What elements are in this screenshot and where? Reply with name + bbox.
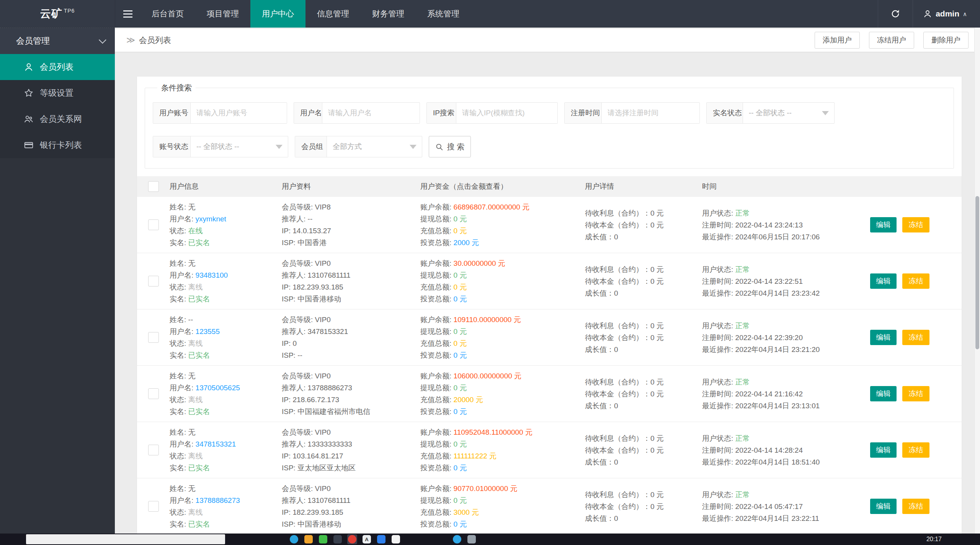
field-username: 用户名: 123555 xyxy=(170,326,282,337)
nav-item-信息管理[interactable]: 信息管理 xyxy=(305,0,361,28)
search-input-用户账号[interactable] xyxy=(191,103,287,123)
freeze-button[interactable]: 冻结 xyxy=(902,217,929,232)
dark-app-icon[interactable] xyxy=(333,535,342,543)
freeze-button[interactable]: 冻结 xyxy=(902,330,929,345)
taskbar-window-preview[interactable] xyxy=(26,534,225,544)
field-referrer: 推荐人: -- xyxy=(282,213,420,225)
column-header-用户资料: 用户资料 xyxy=(282,182,420,191)
field-value[interactable]: 13705005625 xyxy=(196,384,240,392)
breadcrumb-arrow-icon: ≫ xyxy=(126,35,135,45)
orange-app-icon[interactable] xyxy=(304,535,313,543)
freeze-button[interactable]: 冻结 xyxy=(902,386,929,401)
field-value: -- xyxy=(308,215,313,223)
search-group-注册时间: 注册时间 xyxy=(564,102,700,124)
taskbar-app-slot xyxy=(376,534,386,544)
sidebar-group-member-management[interactable]: 会员管理 xyxy=(0,28,115,54)
sidebar-item-会员关系网[interactable]: 会员关系网 xyxy=(0,106,115,132)
field-withdraw: 提现总额: 0 元 xyxy=(420,326,585,337)
field-value: -- xyxy=(297,351,302,359)
search-input-注册时间[interactable] xyxy=(602,103,699,123)
field-label: 提现总额: xyxy=(420,496,454,504)
user-profile-cell: 会员等级: VIP0推荐人: 13107681111IP: 182.239.93… xyxy=(282,257,420,305)
red-browser-app-icon[interactable] xyxy=(348,535,356,543)
field-value: 已实名 xyxy=(188,295,210,303)
scrollbar-thumb[interactable] xyxy=(975,196,979,349)
row-checkbox[interactable] xyxy=(148,276,159,286)
page-scrollbar[interactable] xyxy=(974,28,980,534)
field-label: 推荐人: xyxy=(282,440,308,448)
field-last_op: 最近操作: 2022年04月14日 23:22:11 xyxy=(702,512,866,524)
sidebar-item-会员列表[interactable]: 会员列表 xyxy=(0,54,115,80)
field-value[interactable]: 13788886273 xyxy=(196,496,240,504)
row-checkbox[interactable] xyxy=(148,445,159,455)
field-value[interactable]: 3478153321 xyxy=(196,440,236,448)
select-value-账号状态[interactable]: -- 全部状态 -- xyxy=(191,136,276,157)
field-level: 会员等级: VIP0 xyxy=(282,483,420,494)
field-label: 充值总额: xyxy=(420,396,454,404)
green-chat-app-icon[interactable] xyxy=(319,535,327,543)
page-action-添加用户[interactable]: 添加用户 xyxy=(815,32,860,49)
plane-app-icon[interactable] xyxy=(453,535,461,543)
refresh-button[interactable] xyxy=(878,0,913,28)
user-icon xyxy=(923,9,932,18)
white-app-icon[interactable] xyxy=(392,535,400,543)
field-reg_time: 注册时间: 2022-04-14 23:24:13 xyxy=(702,219,866,231)
telegram-app-icon[interactable] xyxy=(290,535,298,543)
select-all-checkbox[interactable] xyxy=(148,181,159,192)
field-last_op: 最近操作: 2022年04月14日 23:21:20 xyxy=(702,344,866,355)
search-input-用户名[interactable] xyxy=(322,103,420,123)
field-value: 218.66.72.173 xyxy=(293,396,340,404)
field-label: 会员等级: xyxy=(282,316,315,324)
row-checkbox[interactable] xyxy=(148,501,159,512)
freeze-button[interactable]: 冻结 xyxy=(902,499,929,514)
edit-button[interactable]: 编辑 xyxy=(870,330,897,345)
light-a-app-icon[interactable]: A xyxy=(363,535,371,543)
freeze-button[interactable]: 冻结 xyxy=(902,442,929,458)
nav-item-后台首页[interactable]: 后台首页 xyxy=(140,0,195,28)
field-value[interactable]: yxymknet xyxy=(196,215,226,223)
sidebar-group-label: 会员管理 xyxy=(16,35,50,47)
menu-collapse-icon[interactable] xyxy=(115,0,140,28)
gray-app-icon[interactable] xyxy=(467,535,476,543)
nav-item-用户中心[interactable]: 用户中心 xyxy=(250,0,305,28)
edit-button[interactable]: 编辑 xyxy=(870,442,897,458)
page-action-冻结用户[interactable]: 冻结用户 xyxy=(869,32,914,49)
edit-button[interactable]: 编辑 xyxy=(870,273,897,289)
select-value-会员组[interactable]: 全部方式 xyxy=(327,136,410,157)
field-label: 待收本金（合约）： xyxy=(585,221,650,229)
user-info-cell: 姓名: 无用户名: 13705005625状态: 离线实名: 已实名 xyxy=(170,370,282,417)
field-label: 会员等级: xyxy=(282,372,315,380)
field-value[interactable]: 123555 xyxy=(196,327,220,336)
blue-app-icon[interactable] xyxy=(377,535,385,543)
admin-menu[interactable]: admin ∧ xyxy=(913,0,980,28)
field-value: 0 元 xyxy=(454,283,467,291)
field-label: 成长值： xyxy=(585,233,614,241)
nav-item-项目管理[interactable]: 项目管理 xyxy=(195,0,250,28)
field-value[interactable]: 93483100 xyxy=(196,271,228,279)
field-label: 投资总额: xyxy=(420,351,454,359)
sidebar-item-等级设置[interactable]: 等级设置 xyxy=(0,80,115,106)
network-icon xyxy=(24,114,34,124)
row-checkbox[interactable] xyxy=(148,219,159,230)
row-checkbox[interactable] xyxy=(148,332,159,343)
field-label: 姓名: xyxy=(170,484,188,493)
nav-item-系统管理[interactable]: 系统管理 xyxy=(416,0,471,28)
search-button[interactable]: 搜 索 xyxy=(429,136,471,157)
edit-button[interactable]: 编辑 xyxy=(870,217,897,232)
nav-item-财务管理[interactable]: 财务管理 xyxy=(361,0,416,28)
freeze-button[interactable]: 冻结 xyxy=(902,273,929,289)
user-detail-cell: 待收利息（合约）：0 元待收本金（合约）：0 元成长值：0 xyxy=(585,376,702,412)
select-value-实名状态[interactable]: -- 全部状态 -- xyxy=(743,103,822,123)
edit-button[interactable]: 编辑 xyxy=(870,386,897,401)
search-input-IP搜索[interactable] xyxy=(456,103,557,123)
page-action-删除用户[interactable]: 删除用户 xyxy=(923,32,969,49)
field-value: 2022-04-14 23:24:13 xyxy=(735,221,803,229)
field-name: 姓名: 无 xyxy=(170,426,282,438)
sidebar-item-银行卡列表[interactable]: 银行卡列表 xyxy=(0,132,115,158)
field-realname: 实名: 已实名 xyxy=(170,406,282,417)
field-label: 实名: xyxy=(170,351,188,359)
sidebar-item-label: 会员关系网 xyxy=(40,113,82,125)
field-reg_time: 注册时间: 2022-04-14 23:22:51 xyxy=(702,275,866,287)
edit-button[interactable]: 编辑 xyxy=(870,499,897,514)
row-checkbox[interactable] xyxy=(148,388,159,399)
